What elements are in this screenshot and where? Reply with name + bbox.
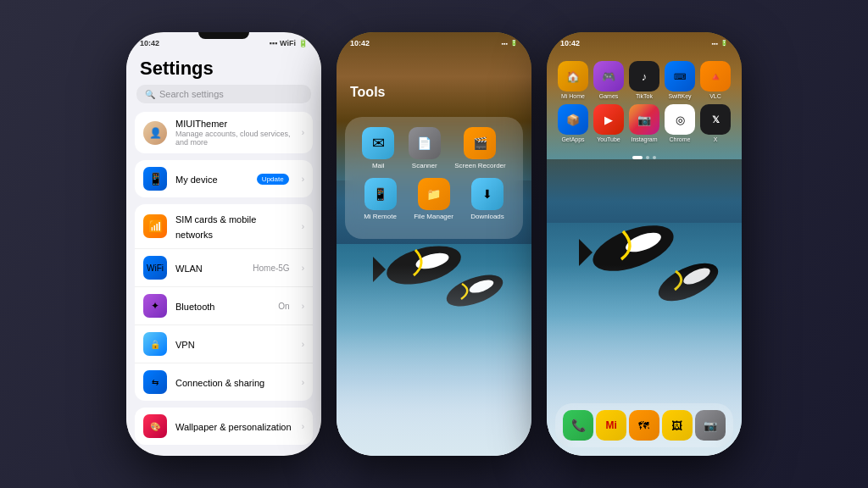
phone-home: 10:42 ▪▪▪ 🔋 🏠 Mi Home 🎮 Games	[547, 32, 742, 456]
bluetooth-label: Bluetooth	[175, 302, 214, 312]
sim-text: SIM cards & mobile networks	[175, 211, 293, 241]
status-bar-1: 10:42 ▪▪▪ WiFi 🔋	[126, 32, 321, 51]
wlan-icon: WiFi	[143, 256, 167, 280]
search-bar[interactable]: 🔍 Search settings	[136, 85, 311, 103]
user-subtitle: Manage accounts, cloud services, and mor…	[175, 130, 293, 147]
sim-label: SIM cards & mobile networks	[175, 214, 256, 240]
settings-item-bluetooth[interactable]: ✦ Bluetooth On ›	[135, 287, 313, 325]
device-chevron: ›	[302, 175, 304, 184]
sim-icon: 📶	[143, 214, 167, 238]
dock-mi[interactable]: Mi	[595, 410, 627, 441]
folder-app-scanner[interactable]: 📄 Scanner	[409, 127, 441, 169]
vpn-chevron: ›	[302, 340, 304, 349]
folder-row-2: 📱 Mi Remote 📁 File Manager ⬇ Downloads	[355, 178, 513, 220]
folder-app-recorder[interactable]: 🎬 Screen Recorder	[454, 127, 505, 169]
folder-app-downloads[interactable]: ⬇ Downloads	[470, 178, 504, 220]
app-row-1: 🏠 Mi Home 🎮 Games ♪ TikTok ⌨ SwiftKey	[555, 61, 733, 99]
vpn-text: VPN	[175, 336, 293, 352]
signal-icon: ▪▪▪	[270, 39, 278, 47]
user-item[interactable]: 👤 MIUIThemer Manage accounts, cloud serv…	[135, 112, 313, 153]
settings-title: Settings	[126, 51, 321, 85]
app-x[interactable]: 𝕏 X	[699, 104, 732, 142]
tiktok-label: TikTok	[636, 93, 653, 99]
app-grid: 🏠 Mi Home 🎮 Games ♪ TikTok ⌨ SwiftKey	[547, 58, 742, 146]
dock-gallery[interactable]: 🖼	[661, 410, 693, 441]
battery-icon-3: 🔋	[721, 40, 728, 47]
youtube-icon: ▶	[593, 104, 624, 135]
app-chrome[interactable]: ◎ Chrome	[664, 104, 696, 142]
getapps-icon: 📦	[558, 104, 588, 135]
status-icons-1: ▪▪▪ WiFi 🔋	[270, 39, 309, 47]
wallpaper-card[interactable]: 🎨 Wallpaper & personalization ›	[135, 408, 313, 445]
status-bar-3: 10:42 ▪▪▪ 🔋	[547, 32, 742, 51]
chrome-label: Chrome	[670, 136, 691, 142]
dock-maps[interactable]: 🗺	[628, 410, 660, 441]
phone-icon: 📞	[563, 410, 593, 441]
status-icons-3: ▪▪▪ 🔋	[712, 40, 728, 47]
miremote-label: Mi Remote	[364, 213, 397, 220]
dock-phone[interactable]: 📞	[562, 410, 594, 441]
wallpaper-chevron: ›	[302, 422, 304, 431]
folder-title: Tools	[337, 51, 531, 108]
user-name: MIUIThemer	[175, 119, 293, 129]
folder-app-files[interactable]: 📁 File Manager	[414, 178, 453, 220]
status-bar-2: 10:42 ▪▪▪ 🔋	[337, 32, 531, 51]
wifi-icon: WiFi	[280, 39, 296, 47]
page-indicator	[547, 152, 742, 163]
connection-label: Connection & sharing	[175, 378, 264, 388]
settings-item-sim[interactable]: 📶 SIM cards & mobile networks ›	[135, 204, 313, 249]
folder-app-miremote[interactable]: 📱 Mi Remote	[364, 178, 397, 220]
app-games[interactable]: 🎮 Games	[593, 61, 625, 99]
miremote-icon: 📱	[364, 178, 397, 210]
signal-icon-3: ▪▪▪	[712, 41, 718, 47]
settings-item-connection[interactable]: ⇆ Connection & sharing ›	[135, 363, 313, 401]
settings-item-wlan[interactable]: WiFi WLAN Home-5G ›	[135, 249, 313, 287]
scanner-icon: 📄	[409, 127, 441, 159]
battery-icon-2: 🔋	[510, 40, 518, 47]
app-getapps[interactable]: 📦 GetApps	[557, 104, 589, 142]
dot-3	[653, 156, 656, 159]
sim-chevron: ›	[302, 222, 304, 231]
vpn-label: VPN	[175, 340, 195, 350]
swiftkey-label: SwiftKey	[668, 93, 691, 99]
x-icon: 𝕏	[700, 104, 731, 135]
app-vlc[interactable]: 🔺 VLC	[699, 61, 732, 99]
signal-icon-2: ▪▪▪	[502, 41, 508, 47]
tiktok-icon: ♪	[629, 61, 659, 92]
games-label: Games	[599, 93, 619, 99]
recorder-label: Screen Recorder	[454, 162, 505, 169]
time-1: 10:42	[140, 39, 159, 47]
camera-icon: 📷	[695, 410, 726, 441]
app-mihome[interactable]: 🏠 Mi Home	[557, 61, 589, 99]
app-youtube[interactable]: ▶ YouTube	[593, 104, 625, 142]
dock-camera[interactable]: 📷	[694, 410, 726, 441]
settings-item-wallpaper[interactable]: 🎨 Wallpaper & personalization ›	[135, 408, 313, 445]
recorder-icon: 🎬	[464, 127, 496, 159]
app-instagram[interactable]: 📷 Instagram	[628, 104, 660, 142]
dot-1	[632, 156, 643, 159]
files-icon: 📁	[418, 178, 450, 210]
connection-text: Connection & sharing	[175, 374, 293, 390]
settings-screen: Settings 🔍 Search settings 👤 MIUIThemer …	[126, 51, 321, 451]
wallpaper-text: Wallpaper & personalization	[175, 419, 293, 434]
mihome-label: Mi Home	[561, 93, 585, 99]
device-card[interactable]: 📱 My device Update ›	[135, 160, 313, 197]
bluetooth-chevron: ›	[302, 302, 304, 311]
phone-settings: 10:42 ▪▪▪ WiFi 🔋 Settings 🔍 Search setti…	[126, 32, 321, 456]
user-card[interactable]: 👤 MIUIThemer Manage accounts, cloud serv…	[135, 112, 313, 153]
status-icons-2: ▪▪▪ 🔋	[502, 40, 518, 47]
vlc-icon: 🔺	[700, 61, 731, 92]
downloads-icon: ⬇	[471, 178, 504, 210]
folder-app-mail[interactable]: ✉ Mail	[362, 127, 394, 169]
vlc-label: VLC	[709, 93, 721, 99]
app-swiftkey[interactable]: ⌨ SwiftKey	[664, 61, 696, 99]
user-text: MIUIThemer Manage accounts, cloud servic…	[175, 119, 293, 147]
mi-icon: Mi	[596, 410, 626, 441]
settings-item-vpn[interactable]: 🔒 VPN ›	[135, 325, 313, 363]
wlan-text: WLAN	[175, 260, 244, 275]
app-tiktok[interactable]: ♪ TikTok	[628, 61, 660, 99]
getapps-label: GetApps	[561, 136, 584, 142]
games-icon: 🎮	[593, 61, 624, 92]
search-icon: 🔍	[145, 90, 155, 99]
device-item[interactable]: 📱 My device Update ›	[135, 160, 313, 197]
